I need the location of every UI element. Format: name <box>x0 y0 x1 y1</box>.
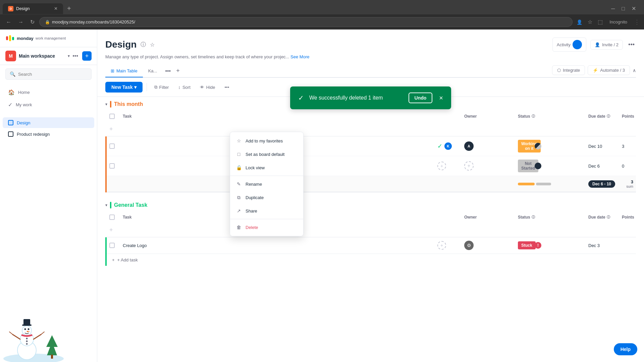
td-points-1: 3 <box>619 140 636 152</box>
toast-undo-button[interactable]: Undo <box>409 93 433 103</box>
td-status-2[interactable]: Not Started <box>515 156 532 176</box>
back-button[interactable]: ← <box>4 18 13 26</box>
row-checkbox-2[interactable] <box>109 163 115 169</box>
workspace-more-icon[interactable]: ••• <box>72 53 78 59</box>
hide-label: Hide <box>206 85 215 90</box>
row-checkbox-g1[interactable] <box>109 243 115 248</box>
hide-button[interactable]: 👁 Hide <box>197 83 219 92</box>
board-description: Manage any type of project. Assign owner… <box>105 54 636 59</box>
more-options-button[interactable]: ••• <box>221 83 233 92</box>
td-points-2: 0 <box>619 160 636 172</box>
sidebar-item-home[interactable]: 🏠 Home <box>3 86 94 98</box>
tab-kanban[interactable]: Ka... <box>143 65 163 77</box>
add-column-button[interactable]: + <box>109 126 113 133</box>
close-tab-icon[interactable]: ✕ <box>54 6 58 11</box>
activity-button[interactable]: Activity <box>552 38 586 52</box>
workspace-chevron-icon[interactable]: ▾ <box>68 54 70 58</box>
row-checkbox-1[interactable] <box>109 143 115 149</box>
collapse-button[interactable]: ∧ <box>633 68 636 73</box>
sidebar-item-product-redesign[interactable]: Product redesign <box>3 129 94 139</box>
extension-button[interactable]: ⬚ <box>596 17 604 26</box>
see-more-link[interactable]: See More <box>290 54 309 59</box>
sidebar-item-design[interactable]: Design <box>3 117 94 128</box>
new-tab-button[interactable]: + <box>64 3 74 14</box>
td-due-date-1: Dec 10 <box>586 140 619 152</box>
tab-add-button[interactable]: + <box>173 65 182 77</box>
header-checkbox[interactable] <box>109 114 115 119</box>
search-input[interactable] <box>18 72 87 77</box>
td-status-g1[interactable]: Stuck <box>515 238 532 253</box>
filter-button[interactable]: ⧉ Filter <box>151 82 172 92</box>
svg-rect-10 <box>22 324 32 326</box>
board-info-icon[interactable]: ⓘ <box>141 41 146 48</box>
svg-point-3 <box>3 354 64 362</box>
add-column-button-2[interactable]: + <box>109 227 113 234</box>
th-status: Status ⓘ <box>515 110 532 122</box>
my-work-icon: ✓ <box>8 102 12 108</box>
menu-item-share[interactable]: ↗ Share <box>230 204 303 218</box>
add-item-button[interactable]: + <box>82 51 92 61</box>
set-default-icon: □ <box>235 151 242 158</box>
forward-button[interactable]: → <box>16 18 25 26</box>
add-assignee-icon-g1[interactable]: + <box>437 241 446 250</box>
td-checkbox-g1[interactable] <box>107 239 120 251</box>
table-header-general: Task Owner Status ⓘ Due date ⓘ Points + <box>107 211 636 237</box>
summary-status-extra <box>532 176 586 192</box>
td-status-extra-g1: ! <box>532 239 586 252</box>
board-more-button[interactable]: ••• <box>627 40 636 50</box>
close-window-button[interactable]: ✕ <box>630 4 637 13</box>
board-star-icon[interactable]: ☆ <box>150 42 155 48</box>
svg-point-13 <box>26 341 28 342</box>
menu-item-rename[interactable]: ✎ Rename <box>230 177 303 191</box>
summary-checkbox <box>107 176 120 192</box>
integrate-button[interactable]: ⬡ Integrate <box>552 65 585 75</box>
help-button[interactable]: Help <box>614 343 637 355</box>
menu-item-duplicate[interactable]: ⧉ Duplicate <box>230 191 303 204</box>
filter-label: Filter <box>159 85 169 90</box>
header-checkbox-2[interactable] <box>109 215 115 220</box>
td-owner-g1: ⚙ <box>462 237 515 253</box>
search-box[interactable]: 🔍 <box>5 68 92 80</box>
invite-button[interactable]: 👤 Invite / 2 <box>590 40 623 50</box>
tab-bar: D Design ✕ + ─ □ ✕ <box>0 0 644 14</box>
td-checkbox-2[interactable] <box>107 160 120 172</box>
svg-marker-9 <box>27 331 30 332</box>
automate-button[interactable]: ⚡ Automate / 3 <box>588 65 630 75</box>
new-task-button[interactable]: New Task ▾ <box>105 82 143 93</box>
toast-close-button[interactable]: × <box>439 94 443 102</box>
add-assignee-icon-2[interactable]: + <box>437 162 446 170</box>
browser-tab-design[interactable]: D Design ✕ <box>3 3 63 14</box>
menu-divider-1 <box>230 176 303 176</box>
url-bar[interactable]: 🔒 moodjoy.monday.com/boards/1830420525/ <box>39 17 573 27</box>
summary-owner <box>462 176 515 192</box>
menu-divider-2 <box>230 219 303 219</box>
minimize-button[interactable]: ─ <box>610 4 616 13</box>
points-num-1: 3 <box>622 144 624 149</box>
reload-button[interactable]: ↻ <box>28 17 37 26</box>
tab-more-button[interactable]: ••• <box>162 65 173 77</box>
group-collapse-button[interactable]: ▾ <box>105 102 107 107</box>
favorites-icon: ☆ <box>235 137 242 144</box>
sidebar-my-work-label: My work <box>16 102 32 107</box>
menu-item-set-default[interactable]: □ Set as board default <box>230 147 303 161</box>
menu-item-delete[interactable]: 🗑 Delete <box>230 221 303 234</box>
bookmark-star-button[interactable]: ☆ <box>586 17 594 26</box>
sidebar-item-my-work[interactable]: ✓ My work <box>3 99 94 111</box>
menu-item-lock-view[interactable]: 🔒 Lock view <box>230 161 303 174</box>
tab-main-table[interactable]: ⊞ Main Table <box>105 65 143 77</box>
group-collapse-general-button[interactable]: ▾ <box>105 203 107 207</box>
td-status-1[interactable]: Working on it <box>515 136 532 156</box>
menu-item-delete-label: Delete <box>246 225 258 230</box>
menu-item-add-favorites[interactable]: ☆ Add to my favorites <box>230 134 303 147</box>
add-owner-icon-2[interactable]: + <box>464 161 474 171</box>
td-points-g1 <box>619 242 636 249</box>
svg-marker-19 <box>47 342 57 355</box>
more-menu-button[interactable]: ⋮ <box>634 18 640 26</box>
svg-rect-11 <box>23 319 30 325</box>
sort-button[interactable]: ↕ Sort <box>175 83 194 92</box>
td-checkbox-1[interactable] <box>107 140 120 152</box>
app-container: monday work management M Main workspace … <box>0 29 644 362</box>
add-task-row[interactable]: + + Add task <box>107 254 636 266</box>
sidebar-design-label: Design <box>17 120 30 125</box>
maximize-button[interactable]: □ <box>620 4 626 13</box>
